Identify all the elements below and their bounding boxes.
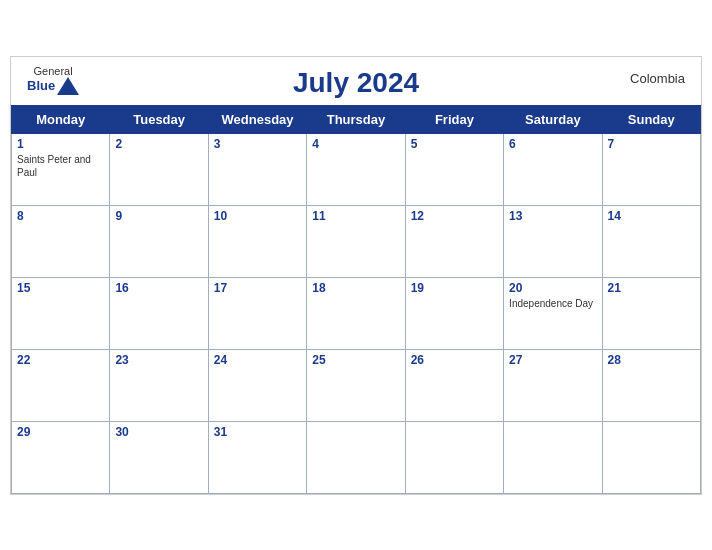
day-number-23: 23 [115,353,202,367]
header-saturday: Saturday [504,105,602,133]
calendar-grid: Monday Tuesday Wednesday Thursday Friday… [11,105,701,494]
calendar-cell-w3-d7: 21 [602,277,700,349]
calendar-cell-w2-d3: 10 [208,205,306,277]
calendar-container: General Blue July 2024 Colombia Monday T… [10,56,702,495]
day-number-19: 19 [411,281,498,295]
calendar-cell-w5-d1: 29 [12,421,110,493]
calendar-header: General Blue July 2024 Colombia [11,57,701,105]
calendar-cell-w1-d4: 4 [307,133,405,205]
calendar-cell-w5-d5 [405,421,503,493]
calendar-cell-w5-d2: 30 [110,421,208,493]
day-number-1: 1 [17,137,104,151]
day-number-20: 20 [509,281,596,295]
day-number-27: 27 [509,353,596,367]
header-sunday: Sunday [602,105,700,133]
header-monday: Monday [12,105,110,133]
calendar-cell-w2-d6: 13 [504,205,602,277]
calendar-cell-w4-d5: 26 [405,349,503,421]
calendar-cell-w2-d7: 14 [602,205,700,277]
day-number-24: 24 [214,353,301,367]
calendar-title: July 2024 [293,67,419,99]
day-number-10: 10 [214,209,301,223]
day-number-15: 15 [17,281,104,295]
calendar-cell-w4-d4: 25 [307,349,405,421]
calendar-cell-w3-d6: 20Independence Day [504,277,602,349]
logo-icon [57,77,79,95]
day-number-6: 6 [509,137,596,151]
event-label-20: Independence Day [509,297,596,310]
calendar-cell-w4-d3: 24 [208,349,306,421]
day-number-22: 22 [17,353,104,367]
day-number-7: 7 [608,137,695,151]
week-row-5: 293031 [12,421,701,493]
day-number-25: 25 [312,353,399,367]
day-number-4: 4 [312,137,399,151]
day-number-3: 3 [214,137,301,151]
day-number-14: 14 [608,209,695,223]
day-number-26: 26 [411,353,498,367]
day-number-16: 16 [115,281,202,295]
event-label-1: Saints Peter and Paul [17,153,104,179]
day-number-21: 21 [608,281,695,295]
logo-blue: Blue [27,78,55,93]
calendar-cell-w1-d3: 3 [208,133,306,205]
calendar-cell-w1-d1: 1Saints Peter and Paul [12,133,110,205]
day-headers-row: Monday Tuesday Wednesday Thursday Friday… [12,105,701,133]
calendar-cell-w2-d1: 8 [12,205,110,277]
calendar-cell-w4-d2: 23 [110,349,208,421]
day-number-18: 18 [312,281,399,295]
day-number-2: 2 [115,137,202,151]
calendar-cell-w1-d5: 5 [405,133,503,205]
calendar-cell-w3-d2: 16 [110,277,208,349]
calendar-cell-w4-d1: 22 [12,349,110,421]
day-number-5: 5 [411,137,498,151]
calendar-cell-w1-d6: 6 [504,133,602,205]
week-row-3: 151617181920Independence Day21 [12,277,701,349]
calendar-cell-w3-d1: 15 [12,277,110,349]
week-row-1: 1Saints Peter and Paul234567 [12,133,701,205]
day-number-28: 28 [608,353,695,367]
calendar-cell-w4-d6: 27 [504,349,602,421]
header-friday: Friday [405,105,503,133]
day-number-9: 9 [115,209,202,223]
logo-general: General [34,65,73,77]
day-number-31: 31 [214,425,301,439]
day-number-12: 12 [411,209,498,223]
header-tuesday: Tuesday [110,105,208,133]
calendar-cell-w3-d3: 17 [208,277,306,349]
calendar-cell-w2-d5: 12 [405,205,503,277]
calendar-cell-w5-d6 [504,421,602,493]
calendar-cell-w5-d7 [602,421,700,493]
calendar-cell-w5-d3: 31 [208,421,306,493]
day-number-13: 13 [509,209,596,223]
day-number-29: 29 [17,425,104,439]
header-thursday: Thursday [307,105,405,133]
calendar-cell-w1-d7: 7 [602,133,700,205]
day-number-30: 30 [115,425,202,439]
logo: General Blue [27,65,79,95]
svg-marker-0 [57,77,79,95]
calendar-cell-w2-d2: 9 [110,205,208,277]
calendar-cell-w5-d4 [307,421,405,493]
day-number-11: 11 [312,209,399,223]
calendar-cell-w4-d7: 28 [602,349,700,421]
week-row-2: 891011121314 [12,205,701,277]
day-number-8: 8 [17,209,104,223]
week-row-4: 22232425262728 [12,349,701,421]
calendar-cell-w2-d4: 11 [307,205,405,277]
day-number-17: 17 [214,281,301,295]
calendar-cell-w3-d4: 18 [307,277,405,349]
country-label: Colombia [630,71,685,86]
header-wednesday: Wednesday [208,105,306,133]
calendar-cell-w1-d2: 2 [110,133,208,205]
calendar-cell-w3-d5: 19 [405,277,503,349]
